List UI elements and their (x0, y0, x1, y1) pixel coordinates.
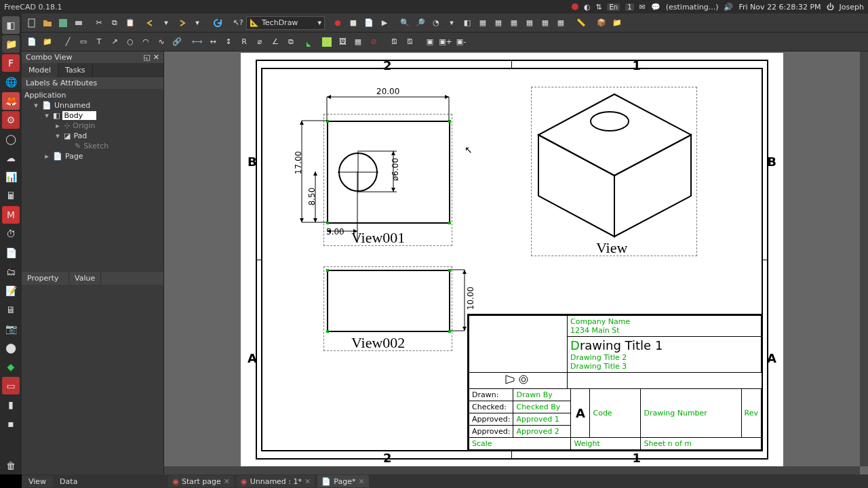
dim-link-icon[interactable]: ⧉ (283, 35, 298, 49)
tb-checked-v[interactable]: Checked By (513, 401, 571, 413)
tb-appr1-v[interactable]: Approved 1 (513, 413, 571, 426)
volume-icon[interactable]: 🔊 (724, 3, 733, 12)
insert-view-icon[interactable]: ╱ (60, 35, 75, 49)
launcher-app-2-icon[interactable]: 🦊 (2, 92, 20, 110)
leader-icon[interactable]: ↗ (107, 35, 122, 49)
launcher-app-8-icon[interactable]: M (2, 206, 20, 224)
insert-projection-icon[interactable]: ▭ (76, 35, 91, 49)
close-icon[interactable]: ✕ (358, 477, 364, 486)
launcher-app-9-icon[interactable]: ⏱ (2, 225, 20, 243)
expand-icon[interactable]: ▾ (43, 111, 50, 120)
workbench-selector[interactable]: 📐TechDraw ▾ (246, 16, 325, 30)
draw-style-dropdown-icon[interactable]: ▾ (444, 16, 459, 30)
dim-view001-hole-y[interactable]: 8.50 (307, 188, 317, 206)
measure-icon[interactable]: 📏 (574, 16, 589, 30)
clock[interactable]: Fri Nov 22 6:28:32 PM (738, 3, 821, 12)
save-file-icon[interactable] (56, 16, 71, 30)
power-icon[interactable]: ⏻ (827, 3, 834, 12)
close-icon[interactable]: ✕ (224, 477, 230, 486)
launcher-trash-icon[interactable]: 🗑 (2, 457, 20, 474)
export-svg-icon[interactable]: 🖻 (387, 35, 401, 49)
launcher-app-7-icon[interactable]: 🖩 (2, 187, 20, 205)
dim-radius-icon[interactable]: R (237, 35, 252, 49)
launcher-app-12-icon[interactable]: 📝 (2, 282, 20, 300)
drawing-canvas[interactable]: 2 1 2 1 B B A A (164, 52, 868, 474)
new-file-icon[interactable] (24, 16, 39, 30)
expand-icon[interactable]: ▾ (54, 131, 61, 140)
tb-title1[interactable]: rawing Title 1 (580, 338, 663, 352)
scrollbar-horizontal[interactable] (164, 466, 860, 474)
tree-doc[interactable]: ▾📄Unnamed (24, 100, 161, 110)
symbol-icon[interactable]: ▦ (351, 35, 366, 49)
undo-icon[interactable] (143, 16, 158, 30)
panel-close-icon[interactable]: ✕ (153, 53, 159, 62)
doctab-unnamed[interactable]: ◉Unnamed : 1*✕ (237, 475, 315, 487)
sync-icon[interactable]: ⇅ (595, 3, 601, 12)
view-iso[interactable]: View (531, 87, 697, 256)
draw-style-icon[interactable]: ◔ (429, 16, 443, 30)
print-icon[interactable] (71, 16, 86, 30)
view-002[interactable]: View002 (323, 266, 452, 351)
front-view-icon[interactable]: ▦ (475, 16, 490, 30)
circle-annot-icon[interactable]: ○ (123, 35, 138, 49)
dim-vertical-icon[interactable]: ↕ (221, 35, 236, 49)
whats-this-icon[interactable]: ↖? (231, 16, 245, 30)
launcher-app-18-icon[interactable]: ▮ (2, 396, 20, 413)
dim-diameter-icon[interactable]: ⌀ (252, 35, 267, 49)
fit-selection-icon[interactable]: 🔎 (413, 16, 428, 30)
top-view-icon[interactable]: ▦ (491, 16, 506, 30)
expand-icon[interactable]: ▸ (54, 121, 61, 130)
tb-title2[interactable]: Drawing Title 2 (570, 353, 758, 362)
tb-drawn-v[interactable]: Drawn By (513, 389, 571, 401)
doctab-page[interactable]: 📄Page*✕ (317, 475, 368, 487)
copy-icon[interactable]: ⧉ (107, 16, 122, 30)
expand-icon[interactable]: ▸ (43, 152, 50, 161)
property-tab-view[interactable]: View (22, 476, 53, 487)
tree-page[interactable]: ▸📄Page (24, 151, 161, 161)
launcher-app-1-icon[interactable]: 🌐 (2, 73, 20, 91)
new-page-template-icon[interactable]: 📁 (40, 35, 55, 49)
user-name[interactable]: Joseph (840, 3, 864, 12)
launcher-files-icon[interactable]: 📁 (2, 35, 20, 53)
tree-sketch[interactable]: ✎Sketch (24, 141, 161, 151)
tb-title3[interactable]: Drawing Title 3 (570, 362, 758, 371)
doctab-start[interactable]: ◉Start page✕ (168, 475, 234, 487)
bottom-view-icon[interactable]: ▦ (538, 16, 553, 30)
redo-icon[interactable] (174, 16, 189, 30)
tb-appr2-v[interactable]: Approved 2 (513, 426, 571, 438)
tb-company[interactable]: Company Name (570, 317, 630, 326)
image-icon[interactable]: 🖼 (335, 35, 350, 49)
tb-rev[interactable]: Rev (741, 389, 761, 438)
title-block[interactable]: Company Name1234 Main St Drawing Title 1… (467, 314, 763, 451)
launcher-app-16-icon[interactable]: ◆ (2, 358, 20, 375)
curve-annot-icon[interactable]: ∿ (154, 35, 169, 49)
mail-icon[interactable]: ✉ (639, 3, 646, 12)
iso-view-icon[interactable]: ◧ (460, 16, 475, 30)
annotation-icon[interactable]: T (92, 35, 106, 49)
launcher-app-13-icon[interactable]: 🖥 (2, 301, 20, 319)
undo-dropdown-icon[interactable]: ▾ (159, 16, 174, 30)
tree-application[interactable]: Application (24, 90, 161, 100)
part-icon[interactable]: 📦 (594, 16, 609, 30)
tree-origin[interactable]: ▸⊹Origin (24, 121, 161, 131)
close-icon[interactable]: ✕ (304, 477, 311, 486)
value-column[interactable]: Value (69, 272, 101, 285)
tree-pad[interactable]: ▾◪Pad (24, 131, 161, 141)
tree-rename-input[interactable] (62, 111, 96, 120)
macro-edit-icon[interactable]: 📄 (361, 16, 376, 30)
scrollbar-vertical[interactable] (860, 52, 868, 466)
macro-stop-icon[interactable]: ■ (346, 16, 361, 30)
launcher-app-14-icon[interactable]: 📷 (2, 320, 20, 338)
launcher-app-6-icon[interactable]: 📊 (2, 168, 20, 186)
fit-all-icon[interactable]: 🔍 (397, 16, 412, 30)
clip-remove-icon[interactable]: ▣- (454, 35, 469, 49)
new-page-icon[interactable]: 📄 (24, 35, 39, 49)
link-icon[interactable]: 🔗 (170, 35, 184, 49)
dim-horizontal-icon[interactable]: ↔ (205, 35, 220, 49)
kb-indicator[interactable]: 1 (625, 3, 633, 11)
tb-code[interactable]: Code (590, 389, 641, 438)
dim-view001-hole-x[interactable]: 5.00 (326, 227, 344, 237)
dim-view001-width[interactable]: 20.00 (376, 87, 399, 96)
tb-size[interactable]: A (571, 389, 590, 438)
macro-record-icon[interactable]: ● (330, 16, 345, 30)
